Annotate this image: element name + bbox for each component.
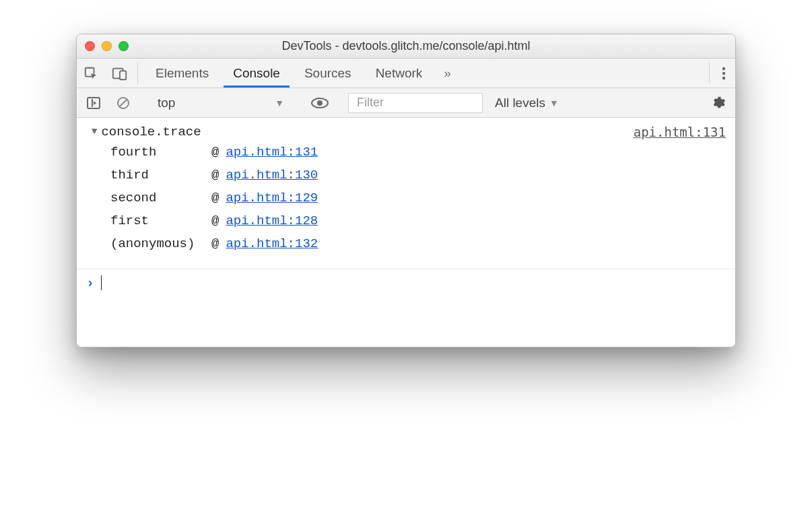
- chevron-down-icon: ▼: [275, 98, 284, 108]
- trace-label: console.trace: [101, 125, 201, 139]
- window-title: DevTools - devtools.glitch.me/console/ap…: [77, 39, 735, 53]
- console-trace-group: ▼ console.trace api.html:131 fourth @ ap…: [77, 118, 735, 269]
- at-symbol: @: [211, 168, 219, 182]
- stack-fn-name: (anonymous): [110, 236, 211, 251]
- more-tabs-glyph: »: [444, 66, 451, 81]
- stack-trace: fourth @ api.html:131 third @ api.html:1…: [110, 145, 726, 259]
- console-settings-icon[interactable]: [706, 96, 731, 110]
- svg-point-10: [317, 100, 323, 106]
- filter-input[interactable]: [356, 95, 475, 110]
- zoom-window-button[interactable]: [119, 41, 129, 51]
- panel-tabs-row: Elements Console Sources Network »: [77, 59, 735, 88]
- svg-point-5: [722, 76, 725, 79]
- text-caret: [101, 275, 102, 290]
- stack-location-link[interactable]: api.html:128: [226, 213, 318, 228]
- at-symbol: @: [211, 145, 219, 160]
- tab-label: Elements: [156, 66, 209, 81]
- stack-frame: third @ api.html:130: [110, 168, 726, 191]
- console-prompt[interactable]: ›: [77, 269, 735, 296]
- inspect-element-icon[interactable]: [77, 59, 105, 88]
- tab-network[interactable]: Network: [366, 59, 432, 88]
- at-symbol: @: [211, 191, 219, 205]
- stack-location-link[interactable]: api.html:130: [226, 168, 318, 182]
- traffic-lights: [85, 41, 129, 51]
- tab-label: Network: [376, 66, 423, 81]
- tab-label: Sources: [304, 66, 351, 81]
- trace-header: ▼ console.trace api.html:131: [86, 125, 726, 139]
- devtools-window: DevTools - devtools.glitch.me/console/ap…: [76, 34, 736, 347]
- log-levels-selector[interactable]: All levels ▼: [487, 96, 567, 110]
- stack-frame: first @ api.html:128: [110, 213, 726, 236]
- close-window-button[interactable]: [85, 41, 95, 51]
- tab-elements[interactable]: Elements: [146, 59, 218, 88]
- svg-point-3: [722, 67, 725, 69]
- prompt-arrow-icon: ›: [86, 275, 94, 291]
- stack-location-link[interactable]: api.html:132: [226, 236, 318, 251]
- minimize-window-button[interactable]: [102, 41, 112, 51]
- disclosure-triangle-icon[interactable]: ▼: [92, 126, 97, 137]
- tab-label: Console: [233, 66, 280, 81]
- filter-box[interactable]: [348, 93, 483, 113]
- chevron-down-icon: ▼: [549, 98, 559, 108]
- tab-console[interactable]: Console: [224, 59, 290, 88]
- log-levels-label: All levels: [495, 96, 545, 110]
- source-link[interactable]: api.html:131: [634, 125, 726, 139]
- svg-line-8: [120, 99, 127, 106]
- window-titlebar: DevTools - devtools.glitch.me/console/ap…: [77, 34, 735, 59]
- stack-location-link[interactable]: api.html:131: [226, 145, 318, 160]
- execution-context-label: top: [158, 96, 175, 110]
- at-symbol: @: [211, 236, 219, 251]
- at-symbol: @: [211, 213, 219, 228]
- stack-fn-name: third: [110, 168, 211, 182]
- clear-console-icon[interactable]: [110, 96, 136, 110]
- stack-frame: second @ api.html:129: [110, 191, 726, 213]
- console-output: ▼ console.trace api.html:131 fourth @ ap…: [77, 118, 735, 347]
- toggle-sidebar-icon[interactable]: [81, 96, 106, 110]
- stack-frame: (anonymous) @ api.html:132: [110, 236, 726, 259]
- separator: [709, 63, 710, 83]
- stack-fn-name: fourth: [110, 145, 211, 160]
- more-tabs-button[interactable]: »: [437, 59, 458, 88]
- device-toolbar-icon[interactable]: [105, 59, 135, 88]
- svg-rect-2: [120, 71, 126, 79]
- stack-fn-name: first: [110, 213, 211, 228]
- live-expression-icon[interactable]: [306, 97, 334, 109]
- stage: DevTools - devtools.glitch.me/console/ap…: [0, 0, 812, 505]
- console-toolbar: top ▼ All levels ▼: [77, 88, 735, 118]
- stack-fn-name: second: [110, 191, 211, 205]
- tab-sources[interactable]: Sources: [295, 59, 361, 88]
- stack-frame: fourth @ api.html:131: [110, 145, 726, 168]
- customize-devtools-button[interactable]: [712, 59, 735, 88]
- stack-location-link[interactable]: api.html:129: [226, 191, 318, 205]
- execution-context-selector[interactable]: top ▼: [150, 92, 292, 114]
- svg-point-4: [722, 71, 725, 74]
- panel-tabs: Elements Console Sources Network »: [141, 59, 706, 88]
- separator: [137, 63, 138, 83]
